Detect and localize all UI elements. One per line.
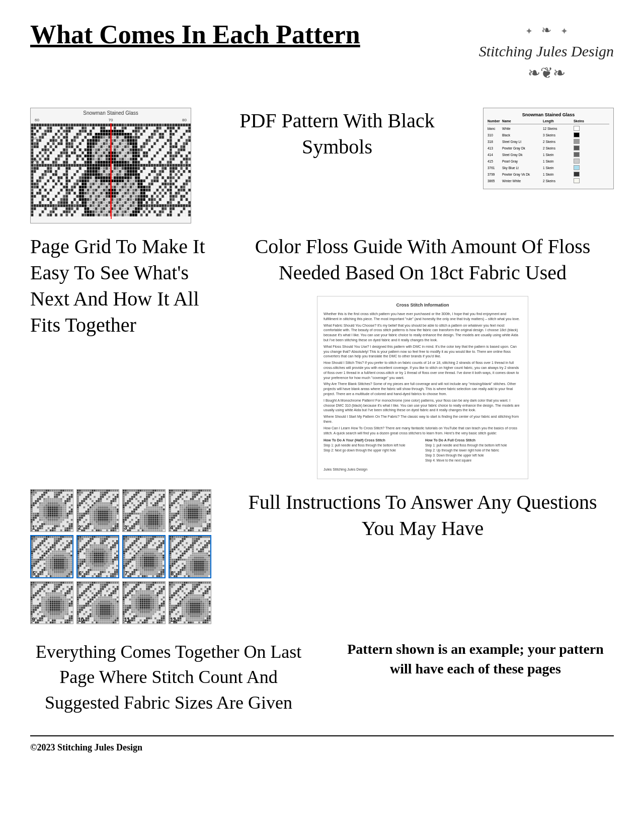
thumbnail-5: 5 bbox=[30, 535, 73, 578]
doc-paragraphs: Whether this is the first cross stitch p… bbox=[324, 312, 522, 435]
pdf-pattern-label-area: PDF Pattern With Black Symbols bbox=[211, 108, 463, 160]
color-swatch bbox=[574, 132, 580, 137]
copyright: ©2023 Stitching Jules Design bbox=[30, 742, 142, 752]
floss-row: 414 Steel Gray Dk 1 Skein bbox=[488, 152, 609, 157]
floss-rows: blanc White 12 Skeins 310 Black 3 Skeins… bbox=[488, 126, 609, 183]
page-grid-text-area: Page Grid To Make It Easy To See What's … bbox=[30, 234, 211, 338]
full-stitch-title: How To Do A Full Cross Stitch bbox=[425, 438, 522, 442]
color-swatch bbox=[574, 159, 580, 164]
col-number: Number bbox=[488, 119, 502, 123]
color-swatch bbox=[574, 152, 580, 157]
thumbnail-11: 11 bbox=[122, 581, 166, 625]
section-floss-guide: Page Grid To Make It Easy To See What's … bbox=[30, 234, 614, 479]
header: What Comes In Each Pattern ❧ ✦ ✦ Stitchi… bbox=[30, 20, 614, 88]
pattern-preview: Snowman Stained Glass 607080 10 20 bbox=[30, 108, 191, 223]
svg-text:❧❦❧: ❧❦❧ bbox=[527, 64, 565, 81]
doc-paragraph: How Can I Learn How To Cross Stitch? The… bbox=[324, 426, 522, 436]
full-steps: Step 1: pull needle and floss through th… bbox=[425, 443, 522, 463]
thumbnail-10: 10 bbox=[76, 581, 120, 625]
doc-paragraph: What Fabric Should You Choose? It's my b… bbox=[324, 323, 522, 343]
floss-row: 318 Steel Gray Lt 2 Skeins bbox=[488, 139, 609, 144]
thumb-canvas-9 bbox=[31, 582, 73, 624]
color-swatch bbox=[574, 172, 580, 177]
floss-guide-preview: Snowman Stained Glass Number Name Length… bbox=[483, 108, 614, 189]
thumbnail-2: 2 bbox=[76, 489, 120, 533]
page-grid-label: Page Grid To Make It Easy To See What's … bbox=[30, 234, 211, 338]
half-step: Step 2: Next go down through the upper r… bbox=[324, 448, 420, 453]
thumb-number-9: 9 bbox=[32, 617, 35, 623]
floss-row: 3799 Pewter Gray Vk Dk 1 Skein bbox=[488, 172, 609, 177]
instructions-document: Cross Stitch Information Whether this is… bbox=[317, 296, 528, 479]
thumb-canvas-8 bbox=[170, 536, 211, 577]
floss-guide-label: Color Floss Guide With Amount Of Floss N… bbox=[231, 234, 614, 286]
full-step: Step 3: Down through the upper left hole bbox=[425, 453, 522, 458]
thumbnail-7: 7 bbox=[122, 535, 166, 578]
page: What Comes In Each Pattern ❧ ✦ ✦ Stitchi… bbox=[0, 0, 644, 834]
logo-ornament-top: ❧ ✦ ✦ bbox=[516, 20, 577, 40]
doc-paragraph: What Floss Should You Use? I designed th… bbox=[324, 344, 522, 359]
floss-table: Snowman Stained Glass Number Name Length… bbox=[483, 108, 614, 189]
thumb-number-3: 3 bbox=[124, 525, 127, 530]
color-swatch bbox=[574, 145, 580, 150]
page-thumbnails-area: 123456789101112 bbox=[30, 489, 211, 625]
thumb-number-6: 6 bbox=[79, 571, 82, 576]
doc-title: Cross Stitch Information bbox=[324, 302, 522, 308]
doc-two-col: How To Do A Your (Half) Cross Stitch Ste… bbox=[324, 438, 522, 463]
doc-paragraph: How Should I Stitch This? If you prefer … bbox=[324, 360, 522, 380]
full-instructions-label: Full Instructions To Answer Any Question… bbox=[231, 489, 614, 542]
full-step: Step 4: Move to the next square bbox=[425, 458, 522, 463]
thumbnail-grid: 123456789101112 bbox=[30, 489, 211, 625]
doc-paragraph: Whether this is the first cross stitch p… bbox=[324, 312, 522, 322]
full-step: Step 1: pull needle and floss through th… bbox=[425, 443, 522, 448]
thumbnail-6: 6 bbox=[76, 535, 120, 578]
thumbnail-3: 3 bbox=[122, 489, 166, 533]
doc-paragraph: I Bought A Monochrome Pattern! For monoc… bbox=[324, 398, 522, 413]
thumb-canvas-3 bbox=[123, 490, 165, 532]
color-swatch bbox=[574, 139, 580, 144]
thumbnail-4: 4 bbox=[169, 489, 212, 533]
doc-col-half: How To Do A Your (Half) Cross Stitch Ste… bbox=[324, 438, 420, 463]
side-numbers: 10 20 bbox=[33, 133, 37, 166]
floss-table-header: Number Name Length Skeins bbox=[488, 119, 609, 124]
thumb-canvas-5 bbox=[31, 536, 72, 577]
logo-area: ❧ ✦ ✦ Stitching Jules Design ❧❦❧ bbox=[479, 20, 614, 88]
thumb-number-4: 4 bbox=[171, 525, 174, 530]
thumb-canvas-1 bbox=[31, 490, 73, 532]
half-step: Step 1: pull needle and floss through th… bbox=[324, 443, 420, 448]
doc-col-full: How To Do A Full Cross Stitch Step 1: pu… bbox=[425, 438, 522, 463]
doc-paragraph: Why Are There Blank Stitches? Some of my… bbox=[324, 382, 522, 396]
color-swatch bbox=[574, 178, 580, 183]
svg-text:✦: ✦ bbox=[560, 26, 568, 36]
thumb-number-2: 2 bbox=[78, 525, 82, 530]
thumbnail-8: 8 bbox=[169, 535, 212, 578]
footer: ©2023 Stitching Jules Design bbox=[30, 735, 614, 753]
thumb-number-1: 1 bbox=[32, 525, 35, 530]
doc-paragraph: Where Should I Start My Pattern On The F… bbox=[324, 414, 522, 424]
col-length: Length bbox=[543, 119, 573, 123]
thumbnail-12: 12 bbox=[169, 581, 212, 625]
thumb-number-5: 5 bbox=[33, 571, 36, 576]
section-pdf-pattern: Snowman Stained Glass 607080 10 20 PDF P… bbox=[30, 108, 614, 223]
sign-off: Jules Stitching Jules Design bbox=[324, 467, 522, 472]
section-bottom: Everything Comes Together On Last Page W… bbox=[30, 639, 614, 715]
pattern-number-labels: 607080 bbox=[31, 118, 191, 122]
full-instructions-label-area: Full Instructions To Answer Any Question… bbox=[231, 489, 614, 542]
section-thumbnails: 123456789101112 Full Instructions To Ans… bbox=[30, 489, 614, 625]
floss-row: 3865 Winter White 2 Skeins bbox=[488, 178, 609, 183]
full-step: Step 2: Up through the lower right hole … bbox=[425, 448, 522, 453]
floss-row: 310 Black 3 Skeins bbox=[488, 132, 609, 137]
pattern-name: Snowman Stained Glass bbox=[31, 108, 191, 118]
pdf-pattern-label: PDF Pattern With Black Symbols bbox=[211, 108, 463, 160]
pattern-shown-text: Pattern shown is an example; your patter… bbox=[337, 639, 614, 678]
color-swatch bbox=[574, 126, 580, 131]
thumb-canvas-2 bbox=[77, 490, 119, 532]
everything-text: Everything Comes Together On Last Page W… bbox=[30, 639, 307, 715]
thumb-number-8: 8 bbox=[171, 571, 174, 576]
half-stitch-title: How To Do A Your (Half) Cross Stitch bbox=[324, 438, 420, 442]
half-steps: Step 1: pull needle and floss through th… bbox=[324, 443, 420, 453]
col-skeins: Skeins bbox=[574, 119, 581, 123]
page-title: What Comes In Each Pattern bbox=[30, 20, 360, 49]
thumb-number-12: 12 bbox=[171, 617, 176, 623]
thumb-number-11: 11 bbox=[124, 617, 130, 623]
thumb-canvas-6 bbox=[77, 536, 119, 577]
